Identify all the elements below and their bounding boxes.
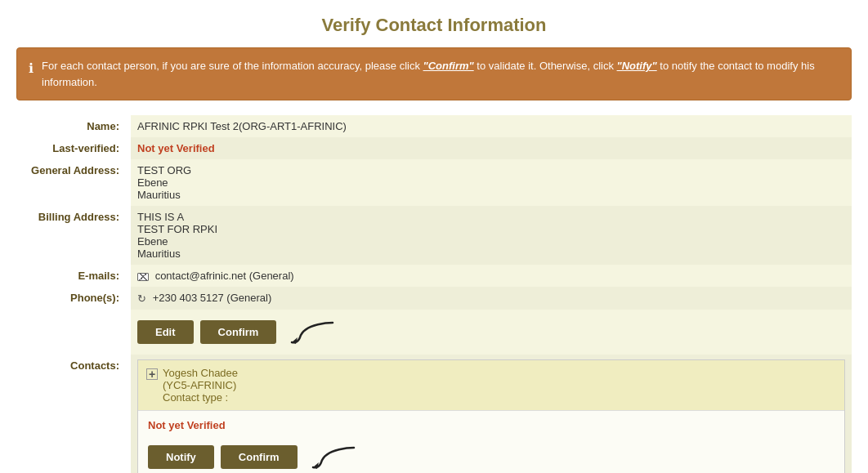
name-label: Name: [16, 115, 131, 137]
contacts-label: Contacts: [16, 355, 131, 473]
action-row: Edit Confirm [16, 310, 852, 355]
contacts-value: + Yogesh Chadee (YC5-AFRINIC) Contact ty… [131, 355, 852, 473]
billing-address-label: Billing Address: [16, 206, 131, 265]
confirm-button[interactable]: Confirm [200, 320, 277, 344]
action-label [16, 310, 131, 355]
contacts-row: Contacts: + Yogesh Chadee (YC5-AFRINIC) … [16, 355, 852, 473]
emails-label: E-mails: [16, 265, 131, 287]
last-verified-label: Last-verified: [16, 137, 131, 159]
info-table: Name: AFRINIC RPKI Test 2(ORG-ART1-AFRIN… [16, 115, 852, 473]
phones-value: ↻ +230 403 5127 (General) [131, 287, 852, 310]
last-verified-value: Not yet Verified [131, 137, 852, 159]
info-icon: ℹ [29, 59, 34, 78]
page-title: Verify Contact Information [16, 8, 852, 36]
general-address-label: General Address: [16, 159, 131, 206]
edit-button[interactable]: Edit [137, 320, 194, 344]
contact-not-verified: Not yet Verified [148, 419, 834, 431]
confirm2-button[interactable]: Confirm [221, 445, 298, 469]
general-address-row: General Address: TEST ORG Ebene Mauritiu… [16, 159, 852, 206]
notify-button[interactable]: Notify [148, 445, 214, 469]
billing-address-value: THIS IS A TEST FOR RPKI Ebene Mauritius [131, 206, 852, 265]
info-banner: ℹ For each contact person, if you are su… [16, 47, 852, 100]
emails-value: contact@afrinic.net (General) [131, 265, 852, 287]
general-address-value: TEST ORG Ebene Mauritius [131, 159, 852, 206]
expand-icon[interactable]: + [146, 368, 158, 380]
arrow-icon [288, 315, 337, 350]
email-icon [137, 273, 149, 281]
phones-label: Phone(s): [16, 287, 131, 310]
phone-icon: ↻ [137, 292, 146, 305]
banner-text: For each contact person, if you are sure… [42, 58, 839, 90]
action-buttons: Edit Confirm [131, 310, 852, 355]
phones-row: Phone(s): ↻ +230 403 5127 (General) [16, 287, 852, 310]
contact-header: + Yogesh Chadee (YC5-AFRINIC) Contact ty… [138, 360, 844, 411]
contact-body: Not yet Verified Notify Confirm [138, 411, 844, 473]
emails-row: E-mails: contact@afrinic.net (General) [16, 265, 852, 287]
name-value: AFRINIC RPKI Test 2(ORG-ART1-AFRINIC) [131, 115, 852, 137]
arrow2-icon [309, 440, 358, 473]
billing-address-row: Billing Address: THIS IS A TEST FOR RPKI… [16, 206, 852, 265]
name-row: Name: AFRINIC RPKI Test 2(ORG-ART1-AFRIN… [16, 115, 852, 137]
contacts-box: + Yogesh Chadee (YC5-AFRINIC) Contact ty… [137, 359, 845, 473]
last-verified-row: Last-verified: Not yet Verified [16, 137, 852, 159]
